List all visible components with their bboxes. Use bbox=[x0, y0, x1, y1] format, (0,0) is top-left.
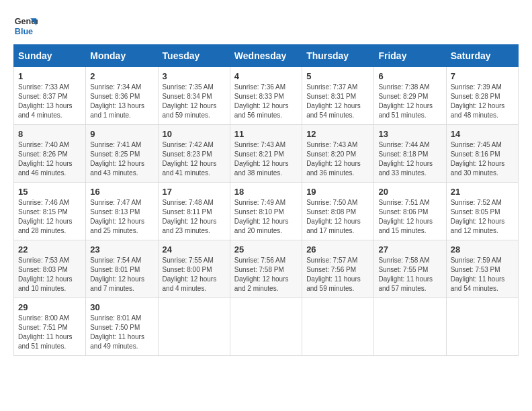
day-info: Sunrise: 7:51 AM Sunset: 8:06 PM Dayligh… bbox=[378, 198, 441, 236]
day-number: 26 bbox=[306, 244, 369, 255]
calendar-cell: 26Sunrise: 7:57 AM Sunset: 7:56 PM Dayli… bbox=[302, 240, 374, 298]
day-info: Sunrise: 7:53 AM Sunset: 8:03 PM Dayligh… bbox=[18, 256, 81, 293]
day-info: Sunrise: 7:50 AM Sunset: 8:08 PM Dayligh… bbox=[306, 198, 369, 236]
day-number: 5 bbox=[306, 71, 369, 81]
calendar-cell: 24Sunrise: 7:55 AM Sunset: 8:00 PM Dayli… bbox=[158, 240, 230, 298]
day-number: 8 bbox=[18, 129, 81, 139]
calendar-cell: 9Sunrise: 7:41 AM Sunset: 8:25 PM Daylig… bbox=[86, 125, 158, 183]
header-wednesday: Wednesday bbox=[230, 45, 302, 67]
page-header: General Blue bbox=[13, 13, 519, 38]
day-number: 14 bbox=[451, 129, 514, 139]
day-info: Sunrise: 7:34 AM Sunset: 8:36 PM Dayligh… bbox=[90, 83, 153, 120]
header-tuesday: Tuesday bbox=[158, 45, 230, 67]
week-row-1: 1Sunrise: 7:33 AM Sunset: 8:37 PM Daylig… bbox=[14, 67, 519, 125]
calendar-cell: 28Sunrise: 7:59 AM Sunset: 7:53 PM Dayli… bbox=[446, 240, 518, 298]
day-number: 22 bbox=[18, 244, 81, 255]
day-number: 30 bbox=[90, 302, 153, 312]
day-number: 17 bbox=[163, 187, 226, 197]
day-info: Sunrise: 7:43 AM Sunset: 8:20 PM Dayligh… bbox=[306, 140, 369, 178]
day-info: Sunrise: 7:47 AM Sunset: 8:13 PM Dayligh… bbox=[90, 198, 153, 236]
calendar-cell: 4Sunrise: 7:36 AM Sunset: 8:33 PM Daylig… bbox=[230, 67, 302, 125]
day-info: Sunrise: 8:00 AM Sunset: 7:51 PM Dayligh… bbox=[18, 314, 81, 351]
day-info: Sunrise: 7:56 AM Sunset: 7:58 PM Dayligh… bbox=[234, 256, 298, 293]
day-number: 28 bbox=[451, 244, 514, 255]
day-info: Sunrise: 7:35 AM Sunset: 8:34 PM Dayligh… bbox=[163, 83, 226, 120]
header-row: SundayMondayTuesdayWednesdayThursdayFrid… bbox=[14, 45, 519, 67]
day-number: 11 bbox=[234, 129, 298, 139]
day-info: Sunrise: 7:38 AM Sunset: 8:29 PM Dayligh… bbox=[378, 83, 441, 120]
day-info: Sunrise: 7:48 AM Sunset: 8:11 PM Dayligh… bbox=[163, 198, 226, 236]
calendar-cell: 14Sunrise: 7:45 AM Sunset: 8:16 PM Dayli… bbox=[446, 125, 518, 183]
calendar-cell: 21Sunrise: 7:52 AM Sunset: 8:05 PM Dayli… bbox=[446, 183, 518, 240]
header-monday: Monday bbox=[86, 45, 158, 67]
calendar-table: SundayMondayTuesdayWednesdayThursdayFrid… bbox=[13, 44, 519, 356]
day-number: 13 bbox=[378, 129, 441, 139]
week-row-4: 22Sunrise: 7:53 AM Sunset: 8:03 PM Dayli… bbox=[14, 240, 519, 298]
day-info: Sunrise: 7:40 AM Sunset: 8:26 PM Dayligh… bbox=[18, 140, 81, 178]
header-sunday: Sunday bbox=[14, 45, 86, 67]
day-number: 1 bbox=[18, 71, 81, 81]
calendar-cell: 17Sunrise: 7:48 AM Sunset: 8:11 PM Dayli… bbox=[158, 183, 230, 240]
day-info: Sunrise: 7:58 AM Sunset: 7:55 PM Dayligh… bbox=[378, 256, 441, 293]
day-info: Sunrise: 7:44 AM Sunset: 8:18 PM Dayligh… bbox=[378, 140, 441, 178]
calendar-cell bbox=[158, 298, 230, 356]
week-row-3: 15Sunrise: 7:46 AM Sunset: 8:15 PM Dayli… bbox=[14, 183, 519, 240]
calendar-cell: 15Sunrise: 7:46 AM Sunset: 8:15 PM Dayli… bbox=[14, 183, 86, 240]
calendar-cell: 5Sunrise: 7:37 AM Sunset: 8:31 PM Daylig… bbox=[302, 67, 374, 125]
calendar-cell: 30Sunrise: 8:01 AM Sunset: 7:50 PM Dayli… bbox=[86, 298, 158, 356]
day-number: 12 bbox=[306, 129, 369, 139]
day-number: 10 bbox=[163, 129, 226, 139]
day-info: Sunrise: 7:45 AM Sunset: 8:16 PM Dayligh… bbox=[451, 140, 514, 178]
calendar-cell bbox=[374, 298, 446, 356]
calendar-cell: 3Sunrise: 7:35 AM Sunset: 8:34 PM Daylig… bbox=[158, 67, 230, 125]
day-number: 3 bbox=[163, 71, 226, 81]
day-info: Sunrise: 7:39 AM Sunset: 8:28 PM Dayligh… bbox=[451, 83, 514, 120]
header-saturday: Saturday bbox=[446, 45, 518, 67]
day-number: 7 bbox=[451, 71, 514, 81]
day-info: Sunrise: 7:42 AM Sunset: 8:23 PM Dayligh… bbox=[163, 140, 226, 178]
day-info: Sunrise: 7:49 AM Sunset: 8:10 PM Dayligh… bbox=[234, 198, 298, 236]
day-info: Sunrise: 7:52 AM Sunset: 8:05 PM Dayligh… bbox=[451, 198, 514, 236]
day-info: Sunrise: 7:33 AM Sunset: 8:37 PM Dayligh… bbox=[18, 83, 81, 120]
calendar-cell: 29Sunrise: 8:00 AM Sunset: 7:51 PM Dayli… bbox=[14, 298, 86, 356]
calendar-cell: 22Sunrise: 7:53 AM Sunset: 8:03 PM Dayli… bbox=[14, 240, 86, 298]
day-info: Sunrise: 7:57 AM Sunset: 7:56 PM Dayligh… bbox=[306, 256, 369, 293]
calendar-cell: 25Sunrise: 7:56 AM Sunset: 7:58 PM Dayli… bbox=[230, 240, 302, 298]
calendar-cell: 13Sunrise: 7:44 AM Sunset: 8:18 PM Dayli… bbox=[374, 125, 446, 183]
day-number: 20 bbox=[378, 187, 441, 197]
day-number: 4 bbox=[234, 71, 298, 81]
header-friday: Friday bbox=[374, 45, 446, 67]
calendar-cell: 27Sunrise: 7:58 AM Sunset: 7:55 PM Dayli… bbox=[374, 240, 446, 298]
day-info: Sunrise: 7:43 AM Sunset: 8:21 PM Dayligh… bbox=[234, 140, 298, 178]
day-number: 2 bbox=[90, 71, 153, 81]
calendar-cell: 11Sunrise: 7:43 AM Sunset: 8:21 PM Dayli… bbox=[230, 125, 302, 183]
calendar-cell: 20Sunrise: 7:51 AM Sunset: 8:06 PM Dayli… bbox=[374, 183, 446, 240]
day-number: 9 bbox=[90, 129, 153, 139]
calendar-cell: 8Sunrise: 7:40 AM Sunset: 8:26 PM Daylig… bbox=[14, 125, 86, 183]
calendar-cell bbox=[446, 298, 518, 356]
day-number: 19 bbox=[306, 187, 369, 197]
logo: General Blue bbox=[13, 13, 40, 38]
week-row-2: 8Sunrise: 7:40 AM Sunset: 8:26 PM Daylig… bbox=[14, 125, 519, 183]
calendar-cell: 7Sunrise: 7:39 AM Sunset: 8:28 PM Daylig… bbox=[446, 67, 518, 125]
day-info: Sunrise: 7:41 AM Sunset: 8:25 PM Dayligh… bbox=[90, 140, 153, 178]
day-info: Sunrise: 7:59 AM Sunset: 7:53 PM Dayligh… bbox=[451, 256, 514, 293]
calendar-cell bbox=[230, 298, 302, 356]
day-number: 29 bbox=[18, 302, 81, 312]
week-row-5: 29Sunrise: 8:00 AM Sunset: 7:51 PM Dayli… bbox=[14, 298, 519, 356]
calendar-cell: 16Sunrise: 7:47 AM Sunset: 8:13 PM Dayli… bbox=[86, 183, 158, 240]
day-info: Sunrise: 7:54 AM Sunset: 8:01 PM Dayligh… bbox=[90, 256, 153, 293]
calendar-cell: 19Sunrise: 7:50 AM Sunset: 8:08 PM Dayli… bbox=[302, 183, 374, 240]
day-number: 24 bbox=[163, 244, 226, 255]
day-number: 27 bbox=[378, 244, 441, 255]
day-info: Sunrise: 7:55 AM Sunset: 8:00 PM Dayligh… bbox=[163, 256, 226, 293]
svg-text:Blue: Blue bbox=[15, 27, 33, 36]
calendar-cell: 1Sunrise: 7:33 AM Sunset: 8:37 PM Daylig… bbox=[14, 67, 86, 125]
calendar-cell: 12Sunrise: 7:43 AM Sunset: 8:20 PM Dayli… bbox=[302, 125, 374, 183]
day-info: Sunrise: 7:36 AM Sunset: 8:33 PM Dayligh… bbox=[234, 83, 298, 120]
day-number: 23 bbox=[90, 244, 153, 255]
calendar-cell bbox=[302, 298, 374, 356]
calendar-cell: 18Sunrise: 7:49 AM Sunset: 8:10 PM Dayli… bbox=[230, 183, 302, 240]
day-number: 25 bbox=[234, 244, 298, 255]
day-number: 15 bbox=[18, 187, 81, 197]
